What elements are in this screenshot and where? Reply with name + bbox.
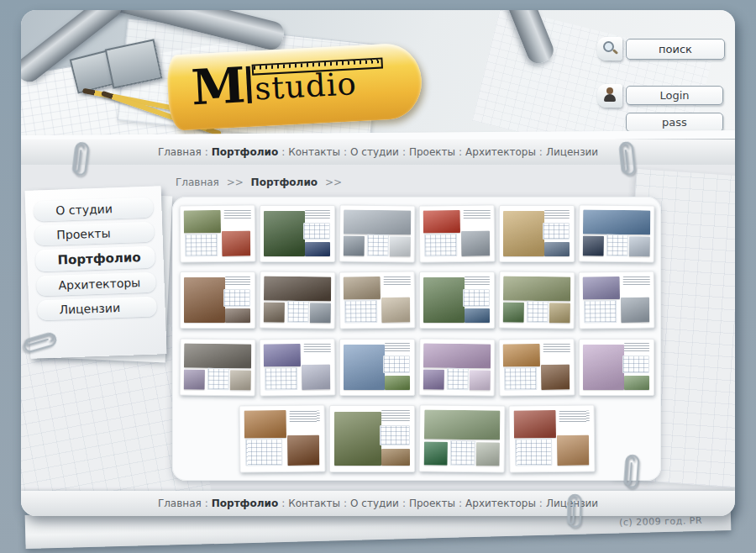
portfolio-thumbnail[interactable] <box>498 271 575 329</box>
thumb-image-block <box>184 343 251 368</box>
thumb-image-block <box>465 308 490 323</box>
portfolio-thumbnail[interactable] <box>578 204 654 262</box>
password-input[interactable] <box>626 113 723 132</box>
thumb-image-block <box>621 298 649 324</box>
portfolio-thumbnail[interactable] <box>418 204 495 262</box>
nav-item-3[interactable]: О студии <box>350 498 399 509</box>
portfolio-thumbnail[interactable] <box>508 404 595 472</box>
search-icon <box>603 41 614 52</box>
portfolio-thumbnail[interactable] <box>339 339 415 396</box>
thumb-image-block <box>628 236 649 256</box>
thumb-blueprint-block <box>223 289 250 306</box>
thumb-image-block <box>469 370 490 390</box>
logo-mark: M <box>191 63 247 109</box>
sidebar-item-2[interactable]: Портфолио <box>35 246 155 272</box>
thumb-image-block <box>389 236 410 256</box>
paperclip-icon <box>614 139 638 181</box>
user-icon-tab <box>597 84 622 108</box>
sidebar-item-3[interactable]: Архитекторы <box>36 272 156 297</box>
breadcrumb-current: Портфолио <box>251 176 318 188</box>
nav-item-6[interactable]: Лицензии <box>546 146 598 158</box>
nav-item-2[interactable]: Контакты <box>288 146 340 158</box>
nav-item-0[interactable]: Главная <box>158 498 202 509</box>
sidebar-item-4[interactable]: Лицензии <box>37 297 157 321</box>
logo[interactable]: M studio <box>191 57 358 109</box>
thumb-image-block <box>344 236 365 256</box>
portfolio-thumbnail[interactable] <box>578 271 654 329</box>
nav-item-4[interactable]: Проекты <box>409 498 455 509</box>
thumb-blueprint-block <box>303 223 330 240</box>
thumb-text-lines <box>385 343 410 352</box>
page-card: M studio поиск войти <box>21 10 735 516</box>
portfolio-thumbnail[interactable] <box>259 271 335 329</box>
portfolio-thumbnail[interactable] <box>260 205 335 262</box>
thumb-image-block <box>222 230 250 256</box>
portfolio-thumbnail[interactable] <box>179 338 255 396</box>
portfolio-thumbnail[interactable] <box>239 404 325 472</box>
nav-item-5[interactable]: Архитекторы <box>465 146 536 158</box>
portfolio-thumbnail[interactable] <box>179 204 255 262</box>
thumb-blueprint-block <box>446 368 469 390</box>
sidebar-item-1[interactable]: Проекты <box>34 222 155 246</box>
thumb-text-lines <box>463 210 490 220</box>
portfolio-thumbnail[interactable] <box>329 405 415 472</box>
thumb-image-block <box>264 303 285 323</box>
portfolio-thumbnail[interactable] <box>259 338 335 396</box>
portfolio-thumbnail[interactable] <box>339 271 415 329</box>
portfolio-thumbnail[interactable] <box>419 271 495 329</box>
nav-separator: : <box>205 146 208 158</box>
nav-separator: : <box>281 146 285 158</box>
login-input[interactable] <box>626 86 723 105</box>
nav-separator: : <box>402 498 406 509</box>
portfolio-thumbnail[interactable] <box>418 338 495 396</box>
user-icon <box>604 87 616 103</box>
sidebar-item-0[interactable]: О студии <box>34 198 154 222</box>
bottom-navigation: Главная:Портфолио:Контакты:О студии:Прое… <box>21 491 735 516</box>
thumb-image-block <box>305 242 330 256</box>
thumb-text-lines <box>559 411 589 423</box>
portfolio-thumbnail[interactable] <box>339 204 415 262</box>
thumb-blueprint-block <box>449 440 475 466</box>
thumb-image-block <box>309 303 330 324</box>
thumb-blueprint-block <box>380 425 410 445</box>
search-button[interactable]: поиск <box>626 39 725 60</box>
nav-item-2[interactable]: Контакты <box>288 498 340 509</box>
thumb-blueprint-block <box>366 234 389 256</box>
thumb-image-block <box>225 308 250 323</box>
nav-separator: : <box>402 146 406 158</box>
thumb-image-block <box>583 209 650 234</box>
thumb-text-lines <box>622 276 649 287</box>
nav-item-3[interactable]: О студии <box>350 146 399 158</box>
portfolio-thumbnail[interactable] <box>498 338 575 396</box>
nav-item-0[interactable]: Главная <box>158 146 202 158</box>
portfolio-thumbnail[interactable] <box>499 205 575 262</box>
thumb-image-block <box>244 410 286 438</box>
portfolio-grid <box>181 205 653 472</box>
breadcrumb: Главная >> Портфолио >> <box>176 176 346 188</box>
thumb-image-block <box>286 435 318 466</box>
nav-item-1[interactable]: Портфолио <box>212 498 278 509</box>
logo-ribbon: M studio <box>166 42 423 131</box>
thumb-text-lines <box>303 343 330 353</box>
thumb-blueprint-block <box>265 367 297 391</box>
auth-panel: поиск войти <box>597 39 725 140</box>
thumb-image-block <box>184 277 225 323</box>
thumb-blueprint-block <box>424 234 457 257</box>
portfolio-row <box>239 405 595 472</box>
nav-item-5[interactable]: Архитекторы <box>465 498 536 509</box>
thumb-image-block <box>513 410 555 438</box>
nav-separator: : <box>539 146 543 158</box>
thumb-image-block <box>549 303 570 324</box>
content-area: Главная >> Портфолио >> О студииПроектыП… <box>21 165 735 491</box>
nav-item-1[interactable]: Портфолио <box>212 146 278 158</box>
portfolio-thumbnail[interactable] <box>180 271 255 329</box>
portfolio-thumbnail[interactable] <box>579 339 654 396</box>
thumb-image-block <box>423 277 465 323</box>
thumb-image-block <box>503 303 524 323</box>
portfolio-thumbnail[interactable] <box>418 404 505 472</box>
nav-separator: : <box>539 498 543 509</box>
thumb-image-block <box>264 276 331 301</box>
breadcrumb-separator: >> <box>227 176 244 188</box>
nav-item-4[interactable]: Проекты <box>409 146 455 158</box>
breadcrumb-home[interactable]: Главная <box>176 176 219 188</box>
